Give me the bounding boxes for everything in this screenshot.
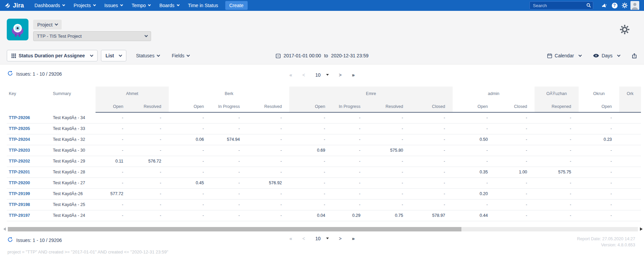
- jira-logo-icon: [4, 2, 11, 9]
- calendar-mode-dropdown[interactable]: Calendar: [547, 53, 581, 58]
- scope-label: Project: [37, 22, 53, 27]
- scrollbar-track[interactable]: [8, 227, 638, 231]
- project-avatar[interactable]: [7, 19, 28, 40]
- duration-cell: -: [96, 199, 131, 210]
- prev-page-button[interactable]: <: [303, 236, 305, 241]
- jira-logo[interactable]: Jira: [4, 2, 24, 9]
- duration-cell: -: [411, 145, 453, 156]
- nav-item-time-in-status[interactable]: Time in Status: [184, 0, 223, 11]
- status-column-header: Open: [579, 101, 619, 112]
- status-column-header: [619, 101, 641, 112]
- issue-key-link[interactable]: TTP-29197: [9, 213, 30, 218]
- create-button[interactable]: Create: [225, 1, 248, 10]
- last-page-button[interactable]: »: [352, 235, 354, 241]
- duration-cell: -: [247, 123, 289, 134]
- summary-cell: Test KaydÄ± - 24: [51, 210, 96, 221]
- scroll-right-arrow[interactable]: [640, 227, 643, 231]
- scroll-left-arrow[interactable]: [3, 227, 6, 231]
- search-input[interactable]: [529, 1, 593, 10]
- nav-item-issues[interactable]: Issues: [100, 0, 127, 11]
- duration-cell: -: [535, 210, 579, 221]
- duration-cell: -: [289, 177, 333, 188]
- duration-cell: -: [495, 188, 535, 199]
- issue-key-link[interactable]: TTP-29201: [9, 170, 30, 174]
- duration-cell: -: [333, 199, 368, 210]
- next-page-button[interactable]: >: [339, 236, 341, 241]
- duration-cell: -: [495, 199, 535, 210]
- next-page-button[interactable]: >: [339, 72, 341, 78]
- first-page-button[interactable]: «: [289, 72, 292, 78]
- status-column-header: Open: [169, 101, 211, 112]
- date-range-picker[interactable]: 2017-01-01 00:00 to 2020-12-31 23:59: [275, 53, 369, 58]
- nav-item-tempo[interactable]: Tempo: [127, 0, 155, 11]
- status-column-header: Open: [453, 101, 495, 112]
- issue-key-link[interactable]: TTP-29200: [9, 181, 30, 185]
- prev-page-button[interactable]: <: [303, 72, 305, 78]
- nav-item-boards[interactable]: Boards: [155, 0, 183, 11]
- issues-bar-top: Issues: 1 - 10 / 29206 « < 10 > »: [0, 64, 644, 87]
- view-mode-button[interactable]: List: [101, 50, 127, 61]
- status-column-header: Open: [289, 101, 333, 112]
- pagination-bottom: « < 10 > »: [289, 235, 355, 241]
- version-label: Version: 4.8.0.653: [601, 243, 635, 247]
- duration-cell: 1.00: [495, 167, 535, 177]
- duration-cell: -: [411, 134, 453, 145]
- fields-dropdown[interactable]: Fields: [166, 53, 195, 58]
- refresh-icon[interactable]: [7, 237, 13, 243]
- duration-cell: -: [453, 199, 495, 210]
- statuses-dropdown[interactable]: Statuses: [130, 53, 165, 58]
- nav-item-dashboards[interactable]: Dashboards: [30, 0, 69, 11]
- calendar-icon: [547, 53, 552, 58]
- page-size-select[interactable]: 10: [315, 236, 329, 241]
- chevron-down-icon: [62, 3, 65, 6]
- duration-cell: -: [333, 177, 368, 188]
- duration-cell: -: [495, 123, 535, 134]
- report-settings-gear-icon[interactable]: [620, 24, 630, 36]
- duration-cell: -: [169, 145, 211, 156]
- duration-cell: -: [333, 123, 368, 134]
- megaphone-icon[interactable]: [599, 0, 609, 11]
- duration-cell: -: [453, 123, 495, 134]
- duration-cell: -: [289, 199, 333, 210]
- scrollbar-thumb[interactable]: [8, 227, 461, 231]
- duration-cell: [619, 112, 641, 123]
- duration-cell: -: [131, 145, 169, 156]
- duration-cell: -: [247, 188, 289, 199]
- duration-cell: 0.11: [96, 156, 131, 167]
- project-select[interactable]: TTP - TIS Test Project: [33, 31, 151, 41]
- duration-cell: -: [579, 112, 619, 123]
- unit-dropdown[interactable]: Days: [593, 53, 620, 58]
- duration-cell: -: [368, 188, 411, 199]
- issues-count-label: Issues: 1 - 10 / 29206: [16, 71, 62, 77]
- scope-selector-button[interactable]: Project: [33, 20, 62, 30]
- search-icon[interactable]: [586, 3, 591, 9]
- last-page-button[interactable]: »: [352, 72, 354, 78]
- issue-key-link[interactable]: TTP-29205: [9, 126, 30, 131]
- issue-key-link[interactable]: TTP-29198: [9, 202, 30, 207]
- duration-cell: -: [333, 145, 368, 156]
- help-icon[interactable]: ?: [609, 0, 620, 11]
- project-avatar-icon: [9, 21, 26, 38]
- user-avatar[interactable]: [630, 0, 640, 11]
- key-cell: TTP-29200: [7, 177, 51, 188]
- issues-count-label: Issues: 1 - 10 / 29206: [16, 238, 62, 243]
- assignee-group-header: Ahmet: [96, 87, 169, 101]
- issue-key-link[interactable]: TTP-29203: [9, 148, 30, 153]
- duration-cell: 577.72: [96, 188, 131, 199]
- nav-item-projects[interactable]: Projects: [69, 0, 100, 11]
- issue-key-link[interactable]: TTP-29204: [9, 137, 30, 142]
- page-size-select[interactable]: 10: [315, 72, 329, 78]
- duration-cell: -: [169, 210, 211, 221]
- export-button[interactable]: [631, 53, 637, 59]
- issue-key-link[interactable]: TTP-29206: [9, 115, 30, 120]
- first-page-button[interactable]: «: [289, 235, 292, 241]
- refresh-icon[interactable]: [7, 71, 13, 77]
- gear-icon[interactable]: [620, 0, 630, 11]
- report-type-button[interactable]: Status Duration per Assignee: [7, 50, 98, 61]
- issue-key-link[interactable]: TTP-29202: [9, 159, 30, 164]
- summary-cell: Test KaydÄ± - 29: [51, 156, 96, 167]
- duration-cell: -: [535, 177, 579, 188]
- summary-cell: Test KaydÄ± - 27: [51, 177, 96, 188]
- duration-cell: -: [96, 112, 131, 123]
- issue-key-link[interactable]: TTP-29199: [9, 191, 30, 196]
